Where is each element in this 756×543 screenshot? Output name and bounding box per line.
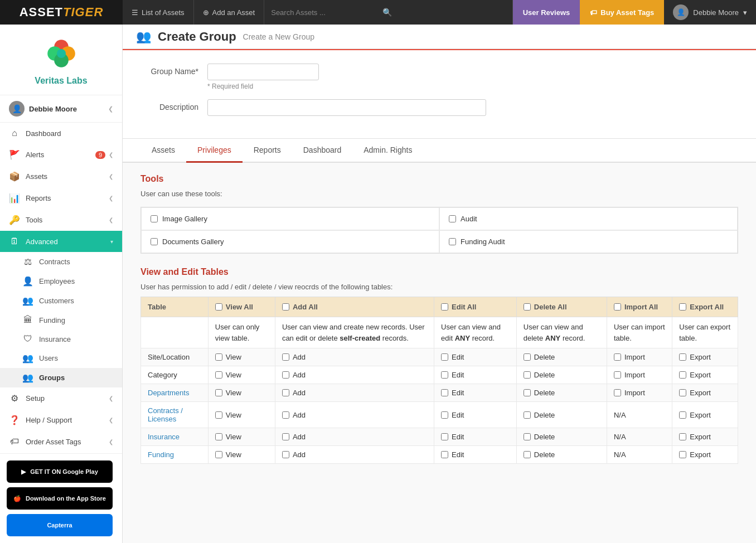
site-export-cb[interactable]	[679, 353, 686, 361]
cat-add-cb[interactable]	[282, 371, 289, 379]
import-all-checkbox[interactable]	[614, 303, 621, 311]
group-name-input[interactable]	[207, 64, 319, 80]
site-add-cb[interactable]	[282, 353, 289, 361]
fun-view-cb[interactable]	[215, 451, 222, 458]
sidebar-item-assets[interactable]: 📦 Assets ❮	[0, 166, 122, 187]
dept-import-cb[interactable]	[614, 389, 621, 396]
tab-admin-rights[interactable]: Admin. Rights	[352, 139, 423, 163]
cat-import-cb[interactable]	[614, 371, 621, 379]
add-all-checkbox[interactable]	[282, 303, 289, 311]
add-icon: ⊕	[203, 8, 209, 17]
capterra-badge[interactable]: Capterra	[7, 514, 113, 536]
row-contracts-edit: Edit	[434, 402, 517, 428]
sidebar-item-employees[interactable]: 👤 Employees	[0, 272, 122, 291]
sidebar-item-alerts-left: 🚩 Alerts	[9, 149, 44, 160]
tab-privileges[interactable]: Privileges	[186, 139, 243, 163]
tool-funding-audit-checkbox[interactable]	[449, 238, 456, 245]
fun-edit-cb[interactable]	[441, 451, 448, 458]
row-category-add: Add	[275, 366, 434, 384]
tab-reports[interactable]: Reports	[243, 139, 292, 163]
fun-add-cb[interactable]	[282, 451, 289, 458]
row-contracts-name[interactable]: Contracts / Licenses	[141, 402, 209, 428]
fun-export-cb[interactable]	[679, 451, 686, 458]
sidebar-item-contracts[interactable]: ⚖ Contracts	[0, 252, 122, 272]
site-import-cb[interactable]	[614, 353, 621, 361]
site-edit-cb[interactable]	[441, 353, 448, 361]
user-menu-chevron: ▾	[743, 8, 747, 17]
row-funding-add: Add	[275, 446, 434, 464]
sidebar-item-customers[interactable]: 👥 Customers	[0, 291, 122, 311]
con-edit-cb[interactable]	[441, 411, 448, 419]
sidebar-item-advanced[interactable]: 🗓 Advanced ▾	[0, 231, 122, 252]
edit-all-checkbox[interactable]	[441, 303, 448, 311]
ins-view-cb[interactable]	[215, 433, 222, 440]
ins-add-cb[interactable]	[282, 433, 289, 440]
sidebar-item-users[interactable]: 👥 Users	[0, 348, 122, 368]
google-play-badge[interactable]: ▶ GET IT ON Google Play	[7, 460, 113, 483]
sidebar-item-dashboard-label: Dashboard	[26, 129, 61, 138]
sidebar-item-order-tags[interactable]: 🏷 Order Asset Tags ❮	[0, 431, 122, 452]
buy-asset-tags-button[interactable]: 🏷 Buy Asset Tags	[580, 0, 664, 25]
group-name-label: Group Name*	[140, 64, 207, 76]
sidebar-item-insurance[interactable]: 🛡 Insurance	[0, 329, 122, 348]
search-input[interactable]	[271, 8, 382, 17]
tool-audit: Audit	[439, 207, 738, 230]
dept-add-cb[interactable]	[282, 389, 289, 396]
app-store-badge[interactable]: 🍎 Download on the App Store	[7, 487, 113, 510]
tool-image-gallery-checkbox[interactable]	[151, 215, 158, 222]
th-edit-all: Edit All	[434, 297, 517, 317]
tools-section-title: Tools	[140, 174, 738, 184]
ins-delete-cb[interactable]	[524, 433, 531, 440]
tool-documents-gallery-checkbox[interactable]	[151, 238, 158, 245]
site-delete-cb[interactable]	[524, 353, 531, 361]
con-add-cb[interactable]	[282, 411, 289, 419]
logo: ASSETTIGER	[20, 5, 104, 20]
dept-view-cb[interactable]	[215, 389, 222, 396]
sidebar-item-assets-left: 📦 Assets	[9, 171, 47, 182]
row-insurance-export: Export	[672, 428, 738, 446]
tab-assets[interactable]: Assets	[140, 139, 186, 163]
user-menu[interactable]: 👤 Debbie Moore ▾	[664, 0, 756, 25]
cat-export-cb[interactable]	[679, 371, 686, 379]
dept-export-cb[interactable]	[679, 389, 686, 396]
sidebar-item-setup[interactable]: ⚙ Setup ❮	[0, 387, 122, 409]
dept-edit-cb[interactable]	[441, 389, 448, 396]
ins-export-cb[interactable]	[679, 433, 686, 440]
cat-view-cb[interactable]	[215, 371, 222, 379]
google-play-icon: ▶	[21, 468, 26, 476]
con-view-cb[interactable]	[215, 411, 222, 419]
export-all-checkbox[interactable]	[679, 303, 686, 311]
sidebar-item-tools[interactable]: 🔑 Tools ❮	[0, 209, 122, 231]
search-icon: 🔍	[382, 8, 392, 17]
cat-delete-cb[interactable]	[524, 371, 531, 379]
row-funding-name[interactable]: Funding	[141, 446, 209, 464]
add-asset-link[interactable]: ⊕ Add an Asset	[194, 0, 265, 25]
row-insurance-name[interactable]: Insurance	[141, 428, 209, 446]
sidebar-user[interactable]: 👤 Debbie Moore ❮	[0, 95, 122, 123]
cat-edit-cb[interactable]	[441, 371, 448, 379]
view-all-checkbox[interactable]	[215, 303, 222, 311]
sidebar: Veritas Labs 👤 Debbie Moore ❮ ⌂ Dashboar…	[0, 25, 123, 543]
delete-all-checkbox[interactable]	[524, 303, 531, 311]
row-category-import: Import	[607, 366, 672, 384]
user-reviews-button[interactable]: User Reviews	[513, 0, 580, 25]
con-delete-cb[interactable]	[524, 411, 531, 419]
row-departments-name[interactable]: Departments	[141, 384, 209, 402]
dept-delete-cb[interactable]	[524, 389, 531, 396]
tab-dashboard[interactable]: Dashboard	[292, 139, 353, 163]
list-assets-link[interactable]: ☰ List of Assets	[123, 0, 194, 25]
fun-delete-cb[interactable]	[524, 451, 531, 458]
sidebar-item-help[interactable]: ❓ Help / Support ❮	[0, 409, 122, 431]
form-area: Group Name* * Required field Description	[123, 50, 756, 139]
sidebar-item-groups[interactable]: 👥 Groups	[0, 368, 122, 387]
site-view-cb[interactable]	[215, 353, 222, 361]
description-input[interactable]	[207, 99, 486, 116]
tool-audit-checkbox[interactable]	[449, 215, 456, 222]
desc-col-import: User can import table.	[607, 317, 672, 348]
sidebar-item-funding[interactable]: 🏛 Funding	[0, 311, 122, 329]
ins-edit-cb[interactable]	[441, 433, 448, 440]
sidebar-item-dashboard[interactable]: ⌂ Dashboard	[0, 123, 122, 144]
sidebar-item-reports[interactable]: 📊 Reports ❮	[0, 187, 122, 209]
con-export-cb[interactable]	[679, 411, 686, 419]
sidebar-item-alerts[interactable]: 🚩 Alerts 9 ❮	[0, 144, 122, 166]
